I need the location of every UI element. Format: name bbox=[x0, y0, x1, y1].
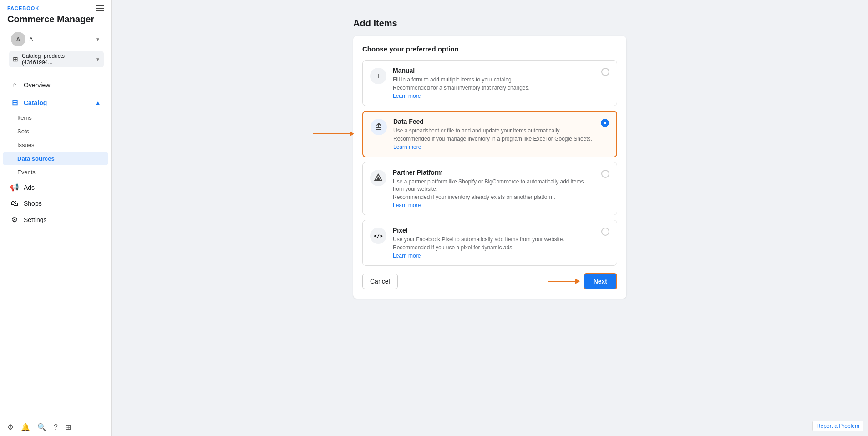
main-content: Add Items Choose your preferred option +… bbox=[112, 0, 868, 436]
app-title: Commerce Manager bbox=[7, 14, 104, 25]
chevron-down-icon: ▼ bbox=[96, 37, 100, 42]
pixel-rec: Recommended if you use a pixel for dynam… bbox=[393, 244, 595, 251]
catalog-section: ⊞ Catalog ▲ Items Sets Issues Data sourc… bbox=[0, 95, 111, 179]
sidebar-item-data-sources[interactable]: Data sources bbox=[3, 152, 108, 165]
pixel-learn-more[interactable]: Learn more bbox=[393, 253, 421, 259]
option-partner-platform[interactable]: Partner Platform Use a partner platform … bbox=[362, 162, 617, 216]
overview-label: Overview bbox=[24, 81, 50, 89]
svg-rect-1 bbox=[376, 129, 381, 130]
account-name: A bbox=[29, 36, 92, 43]
data-feed-radio[interactable] bbox=[601, 119, 609, 127]
sidebar-footer: ⚙ 🔔 🔍 ? ⊞ bbox=[0, 418, 111, 436]
catalog-selector[interactable]: ⊞ Catalog_products (43461994... ▼ bbox=[9, 51, 104, 67]
facebook-brand: FACEBOOK bbox=[7, 5, 104, 11]
data-feed-title: Data Feed bbox=[393, 118, 594, 125]
sidebar-item-settings[interactable]: ⚙ Settings bbox=[3, 212, 108, 228]
manual-radio[interactable] bbox=[601, 68, 609, 76]
search-icon[interactable]: 🔍 bbox=[37, 423, 46, 431]
sidebar-item-catalog[interactable]: ⊞ Catalog ▲ bbox=[3, 95, 108, 111]
partner-title: Partner Platform bbox=[393, 169, 595, 176]
page-title: Add Items bbox=[353, 18, 626, 29]
shops-label: Shops bbox=[24, 200, 42, 207]
catalog-icon: ⊞ bbox=[10, 98, 19, 107]
partner-platform-icon bbox=[370, 170, 386, 186]
sidebar-item-shops[interactable]: 🛍 Shops bbox=[3, 196, 108, 211]
pixel-content: Pixel Use your Facebook Pixel to automat… bbox=[393, 227, 595, 259]
pixel-title: Pixel bbox=[393, 227, 595, 234]
data-feed-rec: Recommended if you manage inventory in a… bbox=[393, 136, 594, 142]
arrow-next bbox=[548, 279, 580, 284]
settings-label: Settings bbox=[24, 216, 47, 223]
next-wrapper: Next bbox=[548, 273, 617, 289]
card-title: Choose your preferred option bbox=[362, 45, 617, 53]
help-icon[interactable]: ? bbox=[54, 423, 58, 431]
brand-label: FACEBOOK bbox=[7, 5, 39, 11]
sidebar-item-ads[interactable]: 📢 Ads bbox=[3, 179, 108, 195]
partner-content: Partner Platform Use a partner platform … bbox=[393, 169, 595, 209]
sidebar-item-items[interactable]: Items bbox=[3, 111, 108, 124]
sidebar-item-events[interactable]: Events bbox=[3, 166, 108, 179]
cancel-button[interactable]: Cancel bbox=[362, 274, 398, 289]
data-feed-content: Data Feed Use a spreadsheet or file to a… bbox=[393, 118, 594, 150]
catalog-name: Catalog_products (43461994... bbox=[22, 53, 92, 66]
manual-icon: + bbox=[370, 68, 386, 84]
next-button[interactable]: Next bbox=[584, 273, 617, 289]
option-pixel[interactable]: </> Pixel Use your Facebook Pixel to aut… bbox=[362, 220, 617, 266]
manual-desc: Fill in a form to add multiple items to … bbox=[393, 76, 595, 84]
hamburger-icon[interactable] bbox=[96, 5, 104, 11]
home-icon: ⌂ bbox=[10, 81, 19, 89]
pixel-icon: </> bbox=[370, 228, 386, 244]
data-feed-icon bbox=[371, 119, 387, 135]
report-problem-button[interactable]: Report a Problem bbox=[812, 421, 863, 431]
ads-icon: 📢 bbox=[10, 183, 19, 192]
sidebar-header: FACEBOOK Commerce Manager A A ▼ ⊞ Catalo… bbox=[0, 0, 111, 71]
manual-learn-more[interactable]: Learn more bbox=[393, 93, 421, 99]
bell-icon[interactable]: 🔔 bbox=[21, 423, 30, 431]
card-footer: Cancel Next bbox=[362, 273, 617, 289]
sidebar-item-sets[interactable]: Sets bbox=[3, 125, 108, 138]
catalog-expand-icon: ▲ bbox=[95, 99, 101, 106]
account-selector[interactable]: A A ▼ bbox=[7, 30, 104, 48]
panel-icon[interactable]: ⊞ bbox=[65, 423, 71, 431]
arrow-data-feed bbox=[313, 131, 354, 137]
catalog-label: Catalog bbox=[24, 99, 47, 106]
sidebar-item-issues[interactable]: Issues bbox=[3, 138, 108, 152]
manual-rec: Recommended for a small inventory that r… bbox=[393, 85, 595, 91]
settings-icon: ⚙ bbox=[10, 215, 19, 224]
avatar: A bbox=[11, 32, 25, 46]
data-feed-desc: Use a spreadsheet or file to add and upd… bbox=[393, 127, 594, 135]
grid-icon: ⊞ bbox=[13, 56, 18, 63]
manual-content: Manual Fill in a form to add multiple it… bbox=[393, 67, 595, 99]
pixel-desc: Use your Facebook Pixel to automatically… bbox=[393, 236, 595, 243]
sidebar: FACEBOOK Commerce Manager A A ▼ ⊞ Catalo… bbox=[0, 0, 112, 436]
partner-learn-more[interactable]: Learn more bbox=[393, 202, 421, 208]
shops-icon: 🛍 bbox=[10, 199, 19, 208]
data-feed-learn-more[interactable]: Learn more bbox=[393, 144, 421, 150]
add-items-card: Choose your preferred option + Manual Fi… bbox=[353, 36, 626, 299]
option-data-feed[interactable]: Data Feed Use a spreadsheet or file to a… bbox=[362, 111, 617, 157]
option-manual[interactable]: + Manual Fill in a form to add multiple … bbox=[362, 60, 617, 106]
partner-radio[interactable] bbox=[601, 170, 609, 178]
partner-desc: Use a partner platform like Shopify or B… bbox=[393, 178, 595, 193]
partner-rec: Recommended if your inventory already ex… bbox=[393, 194, 595, 200]
ads-label: Ads bbox=[24, 184, 35, 191]
sidebar-item-overview[interactable]: ⌂ Overview bbox=[3, 77, 108, 93]
pixel-radio[interactable] bbox=[601, 228, 609, 236]
sidebar-nav: ⌂ Overview ⊞ Catalog ▲ Items Sets Issues… bbox=[0, 77, 111, 418]
gear-icon[interactable]: ⚙ bbox=[7, 423, 14, 431]
catalog-chevron-icon: ▼ bbox=[96, 57, 100, 62]
svg-rect-0 bbox=[376, 127, 381, 128]
manual-title: Manual bbox=[393, 67, 595, 74]
